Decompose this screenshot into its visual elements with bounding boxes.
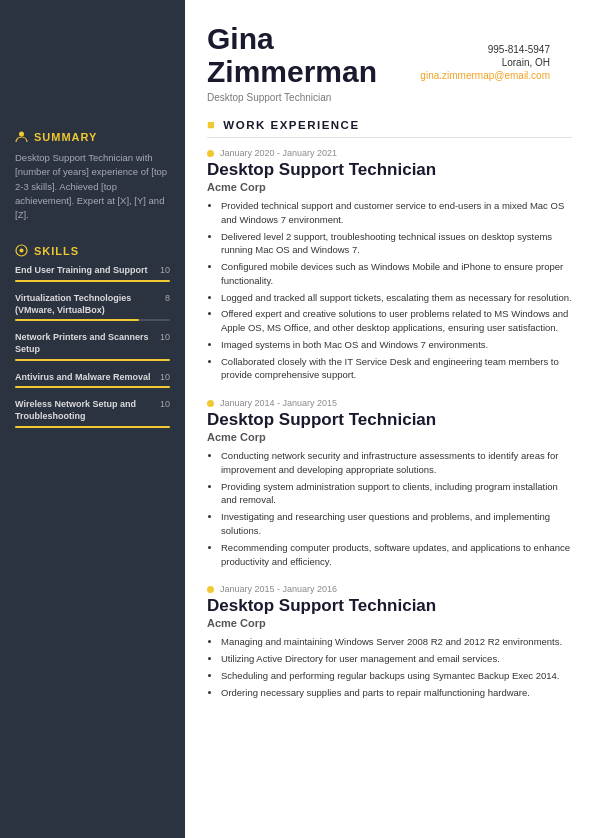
resume-header: GinaZimmerman 995-814-5947 Lorain, OH gi…	[207, 22, 572, 88]
bullet-item: Scheduling and performing regular backup…	[221, 669, 572, 683]
skill-item: Network Printers and Scanners Setup 10	[15, 332, 170, 360]
bullet-item: Provided technical support and customer …	[221, 199, 572, 227]
skill-score: 10	[160, 332, 170, 342]
skill-bar-bg	[15, 280, 170, 282]
skill-score: 8	[165, 293, 170, 303]
work-experience-title: ■ WORK EXPERIENCE	[207, 117, 572, 138]
skills-list: End User Training and Support 10 Virtual…	[15, 265, 170, 428]
skills-icon	[15, 244, 28, 257]
skill-bar-fill	[15, 319, 139, 321]
job-title: Desktop Support Technician	[207, 410, 572, 430]
skill-name: End User Training and Support	[15, 265, 156, 277]
job-company: Acme Corp	[207, 617, 572, 629]
sidebar: SUMMARY Desktop Support Technician with …	[0, 0, 185, 838]
bullet-item: Offered expert and creative solutions to…	[221, 307, 572, 335]
skill-bar-fill	[15, 426, 170, 428]
job-date: January 2020 - January 2021	[207, 148, 572, 158]
contact-info: 995-814-5947 Lorain, OH gina.zimmermap@e…	[420, 44, 550, 81]
skill-item: End User Training and Support 10	[15, 265, 170, 282]
briefcase-icon: ■	[207, 117, 216, 132]
skill-score: 10	[160, 265, 170, 275]
job-entry: January 2020 - January 2021 Desktop Supp…	[207, 148, 572, 382]
skill-name: Antivirus and Malware Removal	[15, 372, 156, 384]
job-date: January 2015 - January 2016	[207, 584, 572, 594]
summary-section-title: SUMMARY	[15, 130, 170, 143]
skills-section-title: SKILLS	[15, 244, 170, 257]
job-title: Desktop Support Technician	[207, 160, 572, 180]
bullet-item: Logged and tracked all support tickets, …	[221, 291, 572, 305]
bullet-item: Utilizing Active Directory for user mana…	[221, 652, 572, 666]
skill-bar-bg	[15, 359, 170, 361]
job-bullets: Provided technical support and customer …	[207, 199, 572, 382]
summary-text: Desktop Support Technician with [number …	[15, 151, 170, 222]
skill-bar-fill	[15, 359, 170, 361]
skill-bar-fill	[15, 280, 170, 282]
skill-name: Virtualization Technologies (VMware, Vir…	[15, 293, 161, 316]
job-bullets: Managing and maintaining Windows Server …	[207, 635, 572, 699]
jobs-list: January 2020 - January 2021 Desktop Supp…	[207, 148, 572, 699]
phone: 995-814-5947	[420, 44, 550, 55]
bullet-item: Recommending computer products, software…	[221, 541, 572, 569]
main-content: GinaZimmerman 995-814-5947 Lorain, OH gi…	[185, 0, 594, 838]
bullet-item: Managing and maintaining Windows Server …	[221, 635, 572, 649]
job-title: Desktop Support Technician	[207, 596, 572, 616]
job-entry: January 2014 - January 2015 Desktop Supp…	[207, 398, 572, 568]
skills-section: SKILLS End User Training and Support 10 …	[15, 244, 170, 428]
skill-bar-bg	[15, 386, 170, 388]
job-bullets: Conducting network security and infrastr…	[207, 449, 572, 568]
bullet-item: Providing system administration support …	[221, 480, 572, 508]
job-company: Acme Corp	[207, 431, 572, 443]
skill-item: Antivirus and Malware Removal 10	[15, 372, 170, 389]
skill-score: 10	[160, 372, 170, 382]
skill-item: Wireless Network Setup and Troubleshooti…	[15, 399, 170, 427]
skill-bar-fill	[15, 386, 170, 388]
bullet-item: Configured mobile devices such as Window…	[221, 260, 572, 288]
job-date: January 2014 - January 2015	[207, 398, 572, 408]
bullet-item: Collaborated closely with the IT Service…	[221, 355, 572, 383]
skill-name: Network Printers and Scanners Setup	[15, 332, 156, 355]
job-company: Acme Corp	[207, 181, 572, 193]
skill-name: Wireless Network Setup and Troubleshooti…	[15, 399, 156, 422]
bullet-item: Ordering necessary supplies and parts to…	[221, 686, 572, 700]
job-entry: January 2015 - January 2016 Desktop Supp…	[207, 584, 572, 699]
job-subtitle: Desktop Support Technician	[207, 92, 572, 103]
skill-item: Virtualization Technologies (VMware, Vir…	[15, 293, 170, 321]
email: gina.zimmermap@email.com	[420, 70, 550, 81]
location: Lorain, OH	[420, 57, 550, 68]
bullet-item: Delivered level 2 support, troubleshooti…	[221, 230, 572, 258]
bullet-item: Conducting network security and infrastr…	[221, 449, 572, 477]
bullet-item: Imaged systems in both Mac OS and Window…	[221, 338, 572, 352]
person-icon	[15, 130, 28, 143]
svg-point-2	[20, 249, 24, 253]
bullet-item: Investigating and researching user quest…	[221, 510, 572, 538]
skill-bar-bg	[15, 426, 170, 428]
skill-bar-bg	[15, 319, 170, 321]
svg-point-0	[19, 132, 24, 137]
skill-score: 10	[160, 399, 170, 409]
